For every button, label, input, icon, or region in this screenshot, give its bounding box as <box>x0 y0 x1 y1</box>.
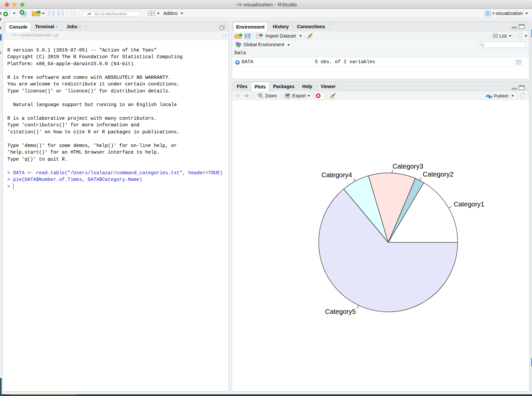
svg-text:Category2: Category2 <box>423 171 454 178</box>
svg-text:Category1: Category1 <box>454 200 484 208</box>
svg-text:Category5: Category5 <box>325 308 356 315</box>
svg-text:Category4: Category4 <box>322 171 352 179</box>
svg-text:Category3: Category3 <box>393 163 423 170</box>
svg-text:R: R <box>486 11 489 16</box>
